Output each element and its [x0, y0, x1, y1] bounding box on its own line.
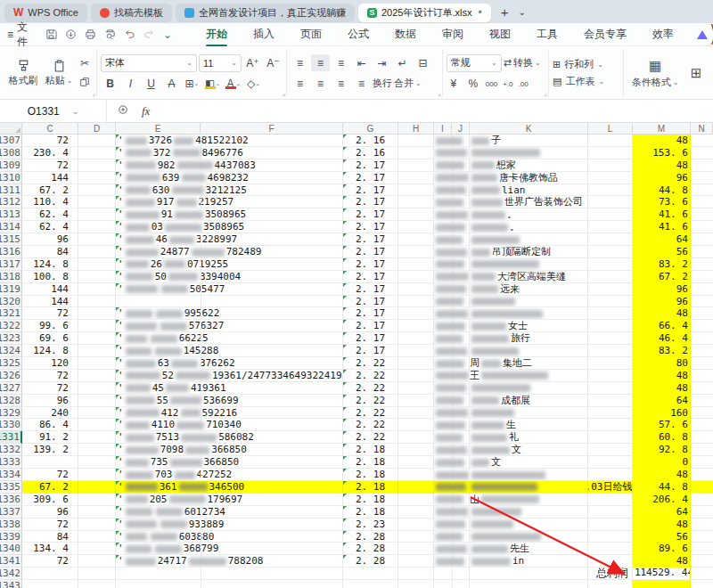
cell-g[interactable]: 2. 22	[343, 370, 398, 382]
cell-g[interactable]: 2. 17	[343, 221, 398, 233]
cell-k[interactable]: 。	[470, 208, 588, 221]
cell-n[interactable]	[691, 233, 713, 246]
dialog-launcher-icon[interactable]: ⌟	[282, 89, 285, 97]
cell-k[interactable]	[470, 519, 588, 531]
cell-m[interactable]: 67. 2	[633, 271, 691, 283]
row-header[interactable]: 1331	[0, 431, 22, 444]
cell-ef[interactable]: '55536699	[116, 395, 343, 407]
cell-ij[interactable]	[434, 332, 470, 345]
cell-ij[interactable]	[434, 296, 470, 308]
tab-efficiency[interactable]: 效率	[651, 23, 676, 45]
cell-n[interactable]	[691, 456, 713, 469]
row-header[interactable]: 1315	[0, 233, 22, 246]
cell-ef[interactable]: '66225	[116, 332, 343, 345]
cell-c[interactable]: 99. 6	[22, 320, 78, 332]
cell-n[interactable]	[691, 370, 713, 382]
cell-m[interactable]: 96	[633, 283, 691, 296]
cell-g[interactable]: 2. 17	[343, 320, 398, 332]
row-header[interactable]: 1322	[0, 320, 22, 332]
cell-k[interactable]: 女士	[470, 320, 588, 332]
cell-n[interactable]	[691, 382, 713, 395]
cell-c[interactable]: 72	[22, 519, 78, 531]
cell-g[interactable]: 2. 18	[343, 469, 398, 481]
cell-c[interactable]	[22, 580, 78, 588]
dialog-launcher-icon[interactable]: ⌟	[544, 89, 547, 97]
number-format-select[interactable]: 常规⌄	[447, 54, 502, 72]
tab-tools[interactable]: 工具	[535, 23, 560, 45]
column-header-I[interactable]: I	[434, 123, 452, 134]
cell-m[interactable]: 48	[633, 469, 691, 481]
cell-c[interactable]: 67. 2	[22, 481, 78, 494]
cell-ij[interactable]	[434, 184, 470, 197]
cell-k[interactable]	[470, 307, 588, 320]
undo-icon[interactable]	[124, 29, 135, 40]
row-header[interactable]: 1334	[0, 469, 22, 481]
borders-button[interactable]: ⊞⌄	[183, 76, 201, 93]
cell-n[interactable]	[691, 494, 713, 506]
cell-d[interactable]	[78, 431, 116, 444]
cell-m[interactable]: 57. 6	[633, 419, 691, 431]
cell-ij[interactable]	[434, 370, 470, 382]
cell-ef[interactable]: '033508965	[116, 221, 343, 233]
cell-l[interactable]	[588, 431, 633, 444]
cell-m[interactable]: 56	[633, 246, 691, 258]
cell-n[interactable]	[691, 444, 713, 456]
cell-m[interactable]: 96	[633, 296, 691, 308]
conditional-format-button[interactable]: ▦ 条件格式⌄	[627, 58, 683, 89]
cell-n[interactable]	[691, 147, 713, 159]
align-top-button[interactable]: ≡	[291, 54, 309, 71]
cell-n[interactable]	[691, 357, 713, 370]
cell-c[interactable]: 72	[22, 382, 78, 395]
cell-d[interactable]	[78, 246, 116, 258]
cell-ij[interactable]	[434, 431, 470, 444]
cell-ef[interactable]: '205179697	[116, 494, 343, 506]
cell-ij[interactable]	[434, 196, 470, 208]
cell-c[interactable]: 72	[22, 135, 78, 147]
cell-h[interactable]	[398, 283, 434, 296]
cell-d[interactable]	[78, 307, 116, 320]
percent-button[interactable]: %	[466, 76, 480, 93]
save-icon[interactable]	[45, 29, 57, 40]
cell-c[interactable]: 72	[22, 370, 78, 382]
cell-ef[interactable]	[116, 580, 343, 588]
row-header[interactable]: 1343	[0, 580, 22, 588]
print-icon[interactable]	[85, 29, 96, 40]
cell-m[interactable]: 80	[633, 357, 691, 370]
cell-h[interactable]	[398, 196, 434, 208]
cell-m[interactable]: 64	[633, 506, 691, 519]
tab-formula[interactable]: 公式	[346, 23, 371, 45]
cell-g[interactable]: 2. 17	[343, 296, 398, 308]
cell-d[interactable]	[78, 357, 116, 370]
align-left-button[interactable]: ≡	[291, 75, 309, 92]
cell-c[interactable]: 69. 6	[22, 332, 78, 345]
dialog-launcher-icon[interactable]: ⌟	[92, 89, 95, 97]
row-header[interactable]: 1311	[0, 184, 22, 197]
cell-h[interactable]	[398, 184, 434, 197]
cell-n[interactable]	[691, 172, 713, 184]
formula-input[interactable]	[160, 100, 713, 122]
cell-g[interactable]: 2. 17	[343, 283, 398, 296]
align-middle-button[interactable]: ≡	[311, 54, 330, 71]
cell-ij[interactable]	[434, 345, 470, 357]
cell-n[interactable]	[691, 568, 713, 580]
cell-n[interactable]	[691, 531, 713, 543]
cell-l[interactable]	[588, 296, 633, 308]
cell-g[interactable]: 2. 17	[343, 159, 398, 172]
cell-k[interactable]: 旅行	[470, 332, 588, 345]
cell-n[interactable]	[691, 332, 713, 345]
insert-function-button[interactable]: fx	[142, 104, 150, 118]
row-header[interactable]: 1323	[0, 332, 22, 345]
tab-review[interactable]: 审阅	[440, 23, 465, 45]
cell-ef[interactable]: '703427252	[116, 469, 343, 481]
cell-c[interactable]: 139. 2	[22, 444, 78, 456]
cell-c[interactable]: 144	[22, 283, 78, 296]
cell-ef[interactable]: '505477	[116, 283, 343, 296]
cell-ij[interactable]	[434, 407, 470, 420]
cell-ef[interactable]: '3726481522102	[116, 135, 343, 147]
cell-m[interactable]: 206. 4	[633, 494, 691, 506]
cell-d[interactable]	[78, 258, 116, 271]
thousands-button[interactable]: 000	[486, 80, 497, 88]
cell-m[interactable]: 73. 6	[633, 196, 691, 208]
cell-m[interactable]: 153. 6	[633, 147, 691, 159]
cell-ef[interactable]	[116, 296, 343, 308]
